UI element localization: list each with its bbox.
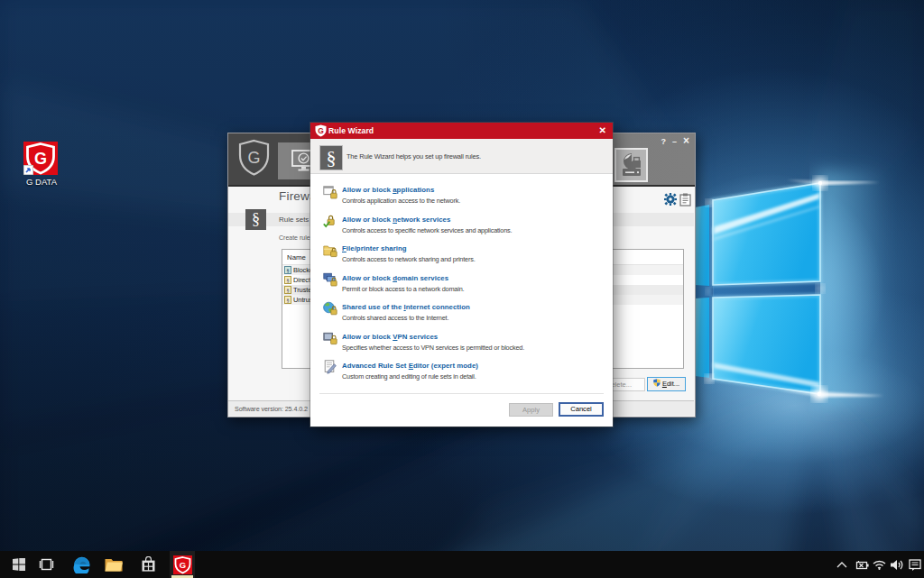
svg-text:G: G xyxy=(318,126,324,135)
svg-text:G: G xyxy=(247,149,260,167)
svg-text:G: G xyxy=(34,150,47,168)
svg-text:§: § xyxy=(286,277,289,284)
svg-text:§: § xyxy=(286,297,289,304)
svg-text:G: G xyxy=(179,560,185,570)
svg-text:§: § xyxy=(286,287,289,294)
svg-text:§: § xyxy=(286,267,289,274)
